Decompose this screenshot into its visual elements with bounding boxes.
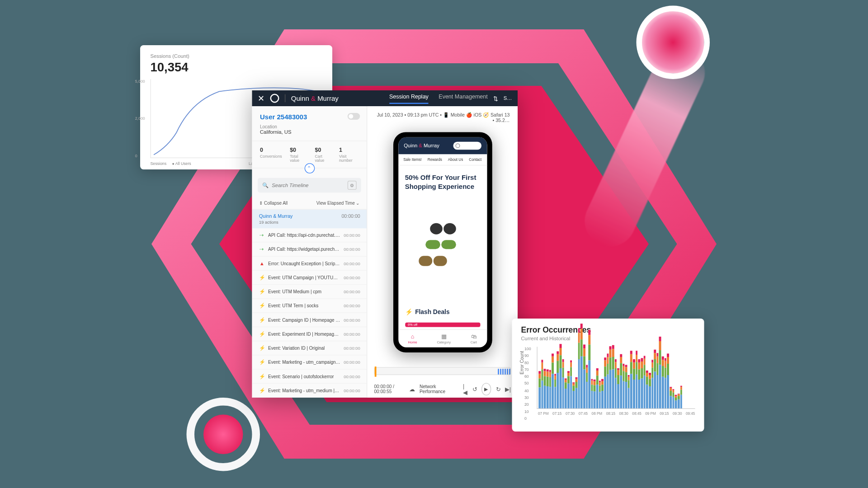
error-card-subtitle: Current and Historical xyxy=(521,336,695,342)
evt-icon: ⚡ xyxy=(259,275,265,281)
timeline-item[interactable]: ⚡Event: Scenario | outofstockerror00:00:… xyxy=(252,370,367,384)
evt-icon: ⚡ xyxy=(259,345,265,351)
phone-tab-home[interactable]: ⌂Home xyxy=(408,333,417,344)
timeline-item[interactable]: ⚡Event: Campaign ID | Homepage Conversio… xyxy=(252,313,367,327)
timeline-item[interactable]: ⚡Event: UTM Term | socks00:00:00 xyxy=(252,299,367,313)
evt-icon: ⚡ xyxy=(259,359,265,365)
error-bar xyxy=(670,387,672,408)
time-display: 00:00:00 / 00:00:55 xyxy=(374,384,405,394)
filter-icon[interactable]: ⇅ xyxy=(493,95,498,102)
error-bar xyxy=(662,356,664,408)
decoration-circle-top-right xyxy=(637,6,710,80)
error-bar xyxy=(641,358,643,408)
timeline-item[interactable]: ⚡Event: UTM Medium | cpm00:00:00 xyxy=(252,285,367,299)
phone-tabbar: ⌂Home ▦Category 🛍Cart xyxy=(398,329,487,347)
phone-hero-text: 50% Off For Your First Shopping Experien… xyxy=(398,165,487,199)
phone-nav-item[interactable]: Contact xyxy=(469,158,481,162)
error-bar xyxy=(565,378,567,408)
error-bar xyxy=(656,353,659,408)
brand-name: Quinn & Murray xyxy=(285,94,339,103)
user-timeline-panel: User 25483003 Location California, US 0C… xyxy=(252,106,368,398)
api-icon: ⇢ xyxy=(259,232,265,238)
evt-icon: ⚡ xyxy=(259,373,265,379)
error-bar xyxy=(591,379,593,408)
timeline-item[interactable]: ⇢API Call: https://api-cdn.purechat.com/… xyxy=(252,228,367,242)
error-bar xyxy=(596,368,599,408)
error-bar xyxy=(578,328,580,408)
forward-icon[interactable]: ↻ xyxy=(496,386,500,392)
skip-back-icon[interactable]: |◀ xyxy=(463,383,467,396)
evt-icon: ⚡ xyxy=(259,289,265,295)
error-bar xyxy=(667,354,669,408)
phone-discount-badge: 6% off xyxy=(405,323,480,327)
scrubber[interactable] xyxy=(368,364,518,379)
timeline-group[interactable]: Quinn & Murray 19 actions 00:00:00 xyxy=(252,210,367,228)
filter-button[interactable]: ⚙ xyxy=(348,181,357,190)
error-bar xyxy=(541,360,543,408)
phone-tab-category[interactable]: ▦Category xyxy=(437,333,450,344)
error-bar xyxy=(636,351,638,408)
error-bar xyxy=(665,358,667,408)
timeline-list[interactable]: Quinn & Murray 19 actions 00:00:00 ⇢API … xyxy=(252,210,367,398)
timeline-item[interactable]: ⇢API Call: https://widgetapi.purechat.co… xyxy=(252,242,367,256)
session-replay-panel: ✕ Quinn & Murray Session Replay Event Ma… xyxy=(252,90,518,398)
error-bar xyxy=(604,357,606,408)
timeline-item[interactable]: ▲Error: Uncaught Exception | Script erro… xyxy=(252,257,367,271)
error-bar xyxy=(633,359,635,408)
evt-icon: ⚡ xyxy=(259,303,265,309)
error-bar xyxy=(570,360,572,408)
error-bar xyxy=(627,375,630,408)
location-label: Location xyxy=(260,124,359,129)
scrub-handle[interactable] xyxy=(375,366,377,377)
phone-nav-item[interactable]: Rewards xyxy=(428,158,442,162)
view-elapsed-dropdown[interactable]: View Elapsed Time ⌄ xyxy=(316,201,360,206)
search-timeline-input[interactable]: 🔍 ⚙ xyxy=(258,178,361,193)
skip-forward-icon[interactable]: ▶| xyxy=(505,386,511,392)
error-bar xyxy=(649,373,651,408)
timeline-item[interactable]: ⚡Event: Experiment ID | Homepage CTA00:0… xyxy=(252,327,367,341)
play-button[interactable]: ▶ xyxy=(481,383,491,396)
toggle-switch[interactable] xyxy=(348,113,360,120)
close-icon[interactable]: ✕ xyxy=(258,94,264,103)
collapse-toggle-icon[interactable]: ⌃ xyxy=(304,163,315,174)
error-bar xyxy=(594,380,596,408)
error-bar xyxy=(651,360,654,408)
panel-header: ✕ Quinn & Murray Session Replay Event Ma… xyxy=(252,90,518,106)
error-bar xyxy=(557,351,559,408)
timeline-item[interactable]: ⚡Event: Marketing - utm_campaign | youtu… xyxy=(252,355,367,369)
err-icon: ▲ xyxy=(259,260,265,266)
tab-event-management[interactable]: Event Management xyxy=(439,93,487,104)
error-bar xyxy=(538,371,541,408)
phone-search-input[interactable] xyxy=(453,142,481,150)
error-bar xyxy=(672,389,675,408)
timeline-item[interactable]: ⚡Event: UTM Campaign | YOUTUBE_AD_CAMP…0… xyxy=(252,271,367,285)
error-bar xyxy=(588,330,590,408)
error-bar xyxy=(625,365,627,408)
error-bar xyxy=(638,359,641,408)
error-bar xyxy=(599,380,601,408)
error-bar xyxy=(678,394,680,408)
cloud-icon: ☁ xyxy=(409,386,415,392)
phone-product-image xyxy=(398,199,487,304)
error-bar xyxy=(646,371,648,408)
phone-nav-item[interactable]: Sale Items! xyxy=(403,158,422,162)
api-icon: ⇢ xyxy=(259,246,265,252)
error-bar xyxy=(609,346,612,408)
error-bar xyxy=(580,324,583,408)
collapse-all-button[interactable]: ⇕ Collapse All xyxy=(259,201,288,206)
rewind-icon[interactable]: ↺ xyxy=(472,386,477,392)
phone-tab-cart[interactable]: 🛍Cart xyxy=(471,333,477,344)
error-bar xyxy=(554,374,557,408)
error-bar xyxy=(607,353,609,408)
error-bar xyxy=(614,359,617,408)
network-performance-label[interactable]: Network Performance xyxy=(420,384,454,394)
phone-nav: Sale Items! Rewards About Us Contact xyxy=(398,154,487,165)
timeline-item[interactable]: ⚡Event: Marketing - utm_medium | cpm00:0… xyxy=(252,384,367,398)
error-bar xyxy=(617,368,619,408)
sessions-count: 10,354 xyxy=(151,60,322,75)
phone-nav-item[interactable]: About Us xyxy=(448,158,463,162)
timeline-item[interactable]: ⚡Event: Variation ID | Original00:00:00 xyxy=(252,341,367,355)
user-id[interactable]: User 25483003 xyxy=(260,113,359,121)
error-bar xyxy=(560,344,562,408)
tab-session-replay[interactable]: Session Replay xyxy=(389,93,429,104)
